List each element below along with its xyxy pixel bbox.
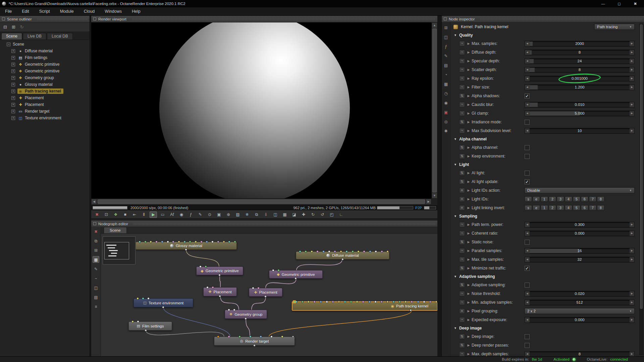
slider-decrement[interactable]: ◀ <box>525 128 530 133</box>
checkbox[interactable] <box>525 171 530 176</box>
node-input-pin[interactable] <box>292 336 294 338</box>
slider-value[interactable]: 8 <box>530 50 630 54</box>
slider-value[interactable]: 0.000 <box>530 231 630 235</box>
slider-decrement[interactable]: ◀ <box>525 231 530 236</box>
scrollbar-thumb[interactable] <box>640 24 643 309</box>
slider-value[interactable]: 16 <box>530 249 630 253</box>
node-input-pin[interactable] <box>155 241 158 243</box>
checkbox[interactable]: ✓ <box>525 179 530 184</box>
row-type-icon[interactable]: ⇅ <box>459 239 465 245</box>
row-type-icon[interactable]: ~ <box>459 248 465 253</box>
expand-box[interactable]: + <box>11 49 15 53</box>
expander-icon[interactable]: ▶ <box>466 120 471 124</box>
expander-icon[interactable]: ▶ <box>466 283 471 287</box>
node-texture-environment[interactable]: ◫Texture environment <box>133 298 193 307</box>
fit-view-icon[interactable]: ◰ <box>328 212 335 218</box>
delete-tool-icon[interactable]: ✖ <box>93 228 99 235</box>
node-input-pin[interactable] <box>142 297 144 300</box>
tree-item-placement[interactable]: +✚Placement <box>0 101 90 108</box>
expander-icon[interactable]: ▶ <box>466 335 471 338</box>
slider-value[interactable]: 0.010 <box>530 103 630 107</box>
tree-item-texture-environment[interactable]: +◫Texture environment <box>0 115 90 121</box>
node-input-pin[interactable] <box>260 336 262 338</box>
slider-value[interactable]: 8 <box>530 68 630 72</box>
node-input-pin[interactable] <box>368 301 371 303</box>
node-input-pin[interactable] <box>345 250 348 253</box>
slider-value[interactable]: 8 <box>530 352 630 356</box>
node-input-pin[interactable] <box>137 320 139 323</box>
slider-increment[interactable]: ▶ <box>630 76 634 81</box>
slider-decrement[interactable]: ◀ <box>525 291 530 296</box>
sync-icon[interactable]: ↻ <box>20 24 24 29</box>
node-output-pin[interactable] <box>145 329 147 331</box>
row-type-icon[interactable]: ⇅ <box>459 265 465 271</box>
node-input-pin[interactable] <box>311 250 313 253</box>
node-input-pin[interactable] <box>362 301 364 303</box>
tree-item-geometric-primitive[interactable]: +❖Geometric primitive <box>0 61 90 68</box>
white-balance-icon[interactable]: ◉ <box>178 212 185 218</box>
viewport-horizontal-scrollbar[interactable]: ◀ ▶ <box>91 198 431 204</box>
slider-increment[interactable]: ▶ <box>630 59 634 64</box>
expander-icon[interactable]: ▶ <box>466 352 471 356</box>
node-input-pin[interactable] <box>398 301 401 303</box>
node-input-pin[interactable] <box>178 241 180 243</box>
slider-decrement[interactable]: ◀ <box>525 85 530 90</box>
compare-icon[interactable]: ◪ <box>290 212 298 218</box>
expander-icon[interactable]: ▶ <box>466 146 471 149</box>
tree-item-film-settings[interactable]: +▤Film settings <box>0 54 90 61</box>
node-input-pin[interactable] <box>380 301 383 303</box>
kernel-type-dropdown[interactable]: Path tracing ▼ <box>594 24 635 30</box>
slider[interactable]: ◀5.000▶ <box>525 111 635 116</box>
node-input-pin[interactable] <box>161 241 163 243</box>
row-type-icon[interactable]: ~ <box>459 102 465 107</box>
expander-icon[interactable]: ▶ <box>466 59 471 63</box>
node-input-pin[interactable] <box>270 336 273 338</box>
save-image-icon[interactable]: ⇩ <box>262 212 270 218</box>
scrollbar-thumb[interactable] <box>432 28 437 192</box>
node-render-target[interactable]: ◎Render target <box>214 337 295 346</box>
slider-decrement[interactable]: ◀ <box>525 352 530 357</box>
row-type-icon[interactable]: ⇅ <box>459 145 465 150</box>
checkbox[interactable] <box>525 145 530 150</box>
node-geometry-group[interactable]: ❖Geometry group <box>225 310 267 319</box>
node-input-pin[interactable] <box>356 301 358 303</box>
id-button-s[interactable]: s <box>525 196 532 202</box>
slider-increment[interactable]: ▶ <box>630 111 634 116</box>
inspector-scrollbar[interactable] <box>639 24 643 355</box>
expander-icon[interactable]: ▶ <box>466 42 471 45</box>
row-type-icon[interactable]: ≡ <box>459 188 465 193</box>
region-icon[interactable]: ▣ <box>215 212 223 218</box>
slider[interactable]: ◀0.010▶ <box>525 102 635 108</box>
curve-icon[interactable]: ~ <box>93 275 99 282</box>
menu-help[interactable]: Help <box>127 7 146 16</box>
row-type-icon[interactable]: ⇅ <box>459 154 465 159</box>
slider-decrement[interactable]: ◀ <box>525 300 530 305</box>
collapse-all-icon[interactable]: ⊟ <box>3 24 7 29</box>
node-input-pin[interactable] <box>195 241 197 243</box>
slider-increment[interactable]: ▶ <box>630 317 634 322</box>
expander-icon[interactable]: ▶ <box>466 318 471 321</box>
tree-item-path-tracing-kernel[interactable]: +◉Path tracing kernel <box>0 88 90 95</box>
row-type-icon[interactable]: ~ <box>459 111 465 116</box>
node-input-pin[interactable] <box>139 241 141 243</box>
row-type-icon[interactable]: ~ <box>459 231 465 236</box>
viewport-vertical-scrollbar[interactable]: ▲ ▼ <box>431 22 437 198</box>
slider[interactable]: ◀1.200▶ <box>525 84 635 90</box>
section-light[interactable]: ▼Light <box>450 161 644 169</box>
expander-icon[interactable]: ▶ <box>466 249 471 252</box>
camera-icon[interactable]: ◉ <box>443 100 449 106</box>
expander-icon[interactable]: ▶ <box>466 197 471 201</box>
layout-icon[interactable]: ◫ <box>93 284 99 291</box>
slider-decrement[interactable]: ◀ <box>525 76 530 81</box>
node-input-pin[interactable] <box>249 336 252 338</box>
target-icon[interactable]: ◎ <box>443 119 449 125</box>
render-viewport[interactable] <box>91 22 431 198</box>
scroll-down-icon[interactable]: ▼ <box>432 193 437 198</box>
restart-icon[interactable]: ⇤ <box>131 212 138 218</box>
node-input-pin[interactable] <box>211 241 214 243</box>
expander-icon[interactable]: ▶ <box>466 94 471 98</box>
slider[interactable]: ◀0.000▶ <box>525 231 635 236</box>
node-input-pin[interactable] <box>277 269 280 272</box>
expander-icon[interactable]: ▶ <box>466 85 471 89</box>
node-input-pin[interactable] <box>137 297 139 300</box>
